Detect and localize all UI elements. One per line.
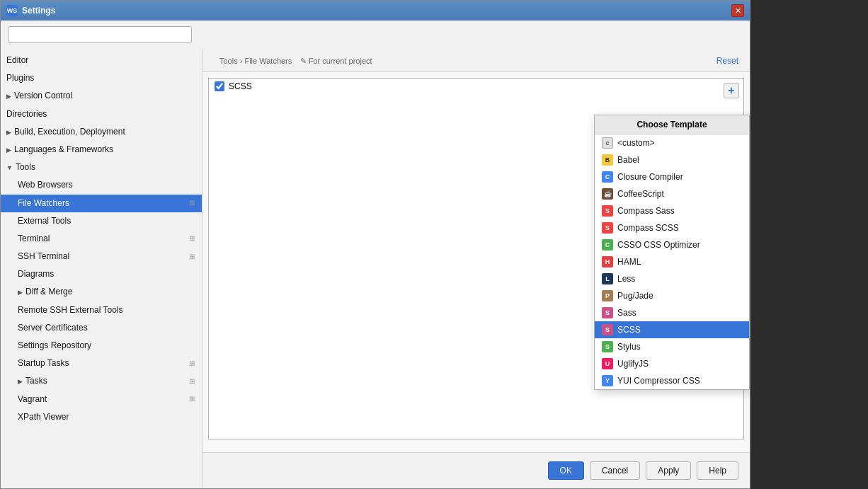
window-title: Settings	[22, 6, 55, 16]
sidebar-item-diff-merge[interactable]: ▶Diff & Merge	[1, 283, 202, 301]
copy-icon: ⊞	[189, 376, 195, 387]
sidebar-item-file-watchers[interactable]: File Watchers ⊞	[1, 195, 202, 212]
sidebar-item-diagrams[interactable]: Diagrams	[1, 265, 202, 283]
sidebar-item-build[interactable]: ▶Build, Execution, Deployment	[1, 123, 202, 141]
copy-icon: ⊞	[189, 197, 195, 209]
compass-sass-icon: S	[602, 205, 613, 217]
sidebar-item-version-control[interactable]: ▶Version Control	[1, 87, 202, 105]
dropdown-item-yui[interactable]: Y YUI Compressor CSS	[595, 372, 749, 389]
dropdown-item-sass[interactable]: S Sass	[595, 304, 749, 321]
custom-icon: c	[602, 137, 613, 149]
expand-icon: ▶	[6, 146, 11, 154]
dropdown-item-less[interactable]: L Less	[595, 270, 749, 287]
sidebar-item-tasks[interactable]: ▶Tasks ⊞	[1, 372, 202, 390]
watcher-label: SCSS	[229, 81, 252, 91]
dropdown-item-csso[interactable]: C CSSO CSS Optimizer	[595, 236, 749, 253]
dropdown-item-custom[interactable]: c <custom>	[595, 134, 749, 151]
apply-button[interactable]: Apply	[646, 461, 691, 480]
dropdown-item-pug[interactable]: P Pug/Jade	[595, 287, 749, 304]
sidebar-item-remote-ssh[interactable]: Remote SSH External Tools	[1, 301, 202, 319]
dropdown-item-compass-scss[interactable]: S Compass SCSS	[595, 219, 749, 236]
app-logo: WS	[6, 5, 18, 16]
copy-icon: ⊞	[189, 233, 195, 244]
add-watcher-button[interactable]: +	[724, 83, 739, 98]
help-button[interactable]: Help	[697, 461, 738, 480]
search-input[interactable]	[8, 26, 192, 43]
template-dropdown: Choose Template c <custom> B Babel C Clo…	[594, 115, 750, 390]
sidebar-item-startup-tasks[interactable]: Startup Tasks ⊞	[1, 355, 202, 372]
dropdown-item-stylus[interactable]: S Stylus	[595, 338, 749, 355]
title-bar: WS Settings ✕	[1, 1, 750, 21]
sidebar-item-terminal[interactable]: Terminal ⊞	[1, 230, 202, 248]
sidebar-item-directories[interactable]: Directories	[1, 105, 202, 123]
dropdown-item-closure[interactable]: C Closure Compiler	[595, 168, 749, 185]
dropdown-item-babel[interactable]: B Babel	[595, 151, 749, 168]
dropdown-item-haml[interactable]: H HAML	[595, 253, 749, 270]
sidebar-item-editor[interactable]: Editor	[1, 52, 202, 69]
expand-icon: ▶	[18, 289, 23, 296]
sidebar-item-web-browsers[interactable]: Web Browsers	[1, 176, 202, 194]
sass-icon: S	[602, 307, 613, 318]
less-icon: L	[602, 273, 613, 284]
dropdown-item-compass-sass[interactable]: S Compass Sass	[595, 202, 749, 219]
content-body: SCSS + Choose Template c <custom> B Babe…	[202, 72, 750, 452]
stylus-icon: S	[602, 341, 613, 352]
copy-icon: ⊞	[189, 393, 195, 405]
sidebar-item-plugins[interactable]: Plugins	[1, 69, 202, 87]
scss-icon: S	[602, 324, 613, 335]
yui-icon: Y	[602, 375, 613, 386]
settings-window: WS Settings ✕ Editor Plugins ▶Version Co…	[0, 0, 750, 489]
compass-scss-icon: S	[602, 222, 613, 234]
ok-button[interactable]: OK	[548, 461, 584, 480]
sidebar-item-xpath-viewer[interactable]: XPath Viewer	[1, 408, 202, 426]
uglify-icon: U	[602, 358, 613, 369]
copy-icon: ⊞	[189, 251, 195, 263]
search-bar	[1, 21, 750, 49]
dropdown-item-scss[interactable]: S SCSS	[595, 321, 749, 338]
content-area: Tools › File Watchers ✎ For current proj…	[202, 49, 750, 488]
breadcrumb: Tools › File Watchers ✎ For current proj…	[214, 56, 372, 66]
sidebar-item-vagrant[interactable]: Vagrant ⊞	[1, 391, 202, 408]
sidebar-item-tools[interactable]: ▼Tools	[1, 159, 202, 176]
content-header: Tools › File Watchers ✎ For current proj…	[202, 49, 750, 72]
sidebar-item-languages[interactable]: ▶Languages & Frameworks	[1, 141, 202, 159]
sidebar-item-ssh-terminal[interactable]: SSH Terminal ⊞	[1, 248, 202, 265]
bottom-bar: OK Cancel Apply Help	[202, 452, 750, 488]
babel-icon: B	[602, 154, 613, 166]
csso-icon: C	[602, 239, 613, 251]
pug-icon: P	[602, 290, 613, 301]
expand-icon: ▶	[18, 378, 23, 385]
haml-icon: H	[602, 256, 613, 267]
watcher-item: SCSS	[209, 79, 743, 94]
watcher-checkbox[interactable]	[215, 81, 224, 91]
copy-icon: ⊞	[189, 358, 195, 369]
reset-button[interactable]: Reset	[716, 56, 738, 66]
expand-icon: ▼	[6, 164, 13, 171]
window-controls: ✕	[731, 4, 744, 17]
expand-icon: ▶	[6, 129, 11, 136]
sidebar: Editor Plugins ▶Version Control Director…	[1, 49, 202, 488]
dropdown-title: Choose Template	[595, 115, 749, 134]
cancel-button[interactable]: Cancel	[590, 461, 640, 480]
sidebar-item-server-certs[interactable]: Server Certificates	[1, 319, 202, 337]
closure-icon: C	[602, 171, 613, 183]
dropdown-item-uglifyjs[interactable]: U UglifyJS	[595, 355, 749, 372]
coffee-icon: ☕	[602, 188, 613, 200]
dropdown-item-coffeescript[interactable]: ☕ CoffeeScript	[595, 185, 749, 202]
expand-icon: ▶	[6, 93, 11, 100]
main-content: Editor Plugins ▶Version Control Director…	[1, 49, 750, 488]
sidebar-item-external-tools[interactable]: External Tools	[1, 212, 202, 230]
sidebar-item-settings-repo[interactable]: Settings Repository	[1, 337, 202, 355]
close-button[interactable]: ✕	[731, 4, 744, 17]
